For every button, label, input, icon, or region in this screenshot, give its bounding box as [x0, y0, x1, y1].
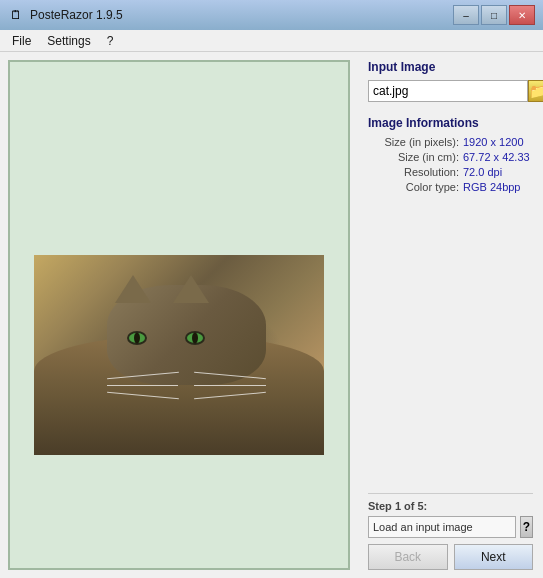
info-key-color: Color type: [406, 181, 459, 193]
step-label: Step 1 of 5: [368, 500, 533, 512]
menu-bar: File Settings ? [0, 30, 543, 52]
info-val-color: RGB 24bpp [463, 181, 533, 193]
title-bar-controls: – □ ✕ [453, 5, 535, 25]
image-preview-panel [8, 60, 350, 570]
maximize-button[interactable]: □ [481, 5, 507, 25]
title-bar: 🗒 PosteRazor 1.9.5 – □ ✕ [0, 0, 543, 30]
info-val-res: 72.0 dpi [463, 166, 533, 178]
info-row-res: Resolution: 72.0 dpi [368, 166, 533, 178]
step-desc-row: ? [368, 516, 533, 538]
main-content: Input Image 📁 Image Informations Size (i… [0, 52, 543, 578]
next-button[interactable]: Next [454, 544, 534, 570]
help-button[interactable]: ? [520, 516, 533, 538]
input-image-label: Input Image [368, 60, 533, 74]
info-key-res: Resolution: [404, 166, 459, 178]
info-row-color: Color type: RGB 24bpp [368, 181, 533, 193]
menu-file[interactable]: File [4, 32, 39, 50]
info-row-cm: Size (in cm): 67.72 x 42.33 [368, 151, 533, 163]
minimize-button[interactable]: – [453, 5, 479, 25]
step-description-input [368, 516, 516, 538]
image-info-label: Image Informations [368, 116, 533, 130]
file-input-row: 📁 [368, 80, 533, 102]
title-bar-left: 🗒 PosteRazor 1.9.5 [8, 7, 123, 23]
menu-settings[interactable]: Settings [39, 32, 98, 50]
menu-help[interactable]: ? [99, 32, 122, 50]
filename-input[interactable] [368, 80, 528, 102]
app-icon: 🗒 [8, 7, 24, 23]
right-panel: Input Image 📁 Image Informations Size (i… [358, 52, 543, 578]
cat-photo [34, 255, 324, 455]
info-val-pixels: 1920 x 1200 [463, 136, 533, 148]
folder-icon: 📁 [529, 83, 543, 99]
window-title: PosteRazor 1.9.5 [30, 8, 123, 22]
info-key-pixels: Size (in pixels): [384, 136, 459, 148]
browse-button[interactable]: 📁 [528, 80, 543, 102]
cat-image [34, 255, 324, 455]
info-row-pixels: Size (in pixels): 1920 x 1200 [368, 136, 533, 148]
nav-row: Back Next [368, 544, 533, 570]
step-section: Step 1 of 5: ? Back Next [368, 493, 533, 570]
back-button[interactable]: Back [368, 544, 448, 570]
info-key-cm: Size (in cm): [398, 151, 459, 163]
close-button[interactable]: ✕ [509, 5, 535, 25]
info-val-cm: 67.72 x 42.33 [463, 151, 533, 163]
